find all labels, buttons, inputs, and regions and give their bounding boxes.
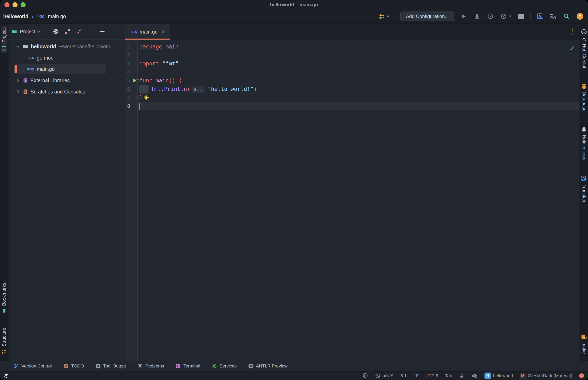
status-widget-notification-dot[interactable] <box>579 373 584 378</box>
editor-options-button[interactable]: ⋮ <box>570 28 580 36</box>
go-file-icon: GO <box>130 30 137 34</box>
lock-open-icon <box>459 373 464 378</box>
fold-marker-icon[interactable] <box>135 95 140 100</box>
fold-marker-icon[interactable] <box>135 78 140 83</box>
locate-file-button[interactable] <box>53 29 58 34</box>
stripe-item-label: Translate <box>581 184 587 204</box>
project-panel-title[interactable]: Project <box>20 29 36 35</box>
line-number[interactable]: 1 <box>125 44 132 50</box>
code-line-5[interactable]: func main() { <box>138 76 580 85</box>
editor-gutter: 12345678 <box>125 40 138 361</box>
stripe-item-make[interactable]: make <box>580 332 588 356</box>
breadcrumb-file[interactable]: main.go <box>48 14 66 19</box>
code-token: fmt <box>151 86 161 92</box>
stripe-item-structure[interactable]: Structure <box>1 326 7 357</box>
line-number[interactable]: 2 <box>125 52 132 58</box>
tool-button-antlr-preview[interactable]: AANTLR Preview <box>248 363 287 369</box>
editor-tab-bar: GO main.go × ⋮ <box>125 24 580 40</box>
stripe-item-database[interactable]: Database <box>580 81 588 114</box>
tab-main-go[interactable]: GO main.go × <box>125 24 170 39</box>
status-widget-github-dark-material-[interactable]: MGitHub Dark (Material) <box>520 373 572 379</box>
debug-button[interactable] <box>473 12 481 20</box>
active-tab-indicator <box>125 38 170 39</box>
stripe-item-notifications[interactable]: Notifications <box>580 124 588 162</box>
svg-text:A: A <box>553 15 556 19</box>
code-line-7[interactable]: } <box>138 93 580 102</box>
profiler-button[interactable] <box>500 12 512 20</box>
code-line-4[interactable] <box>138 68 580 76</box>
gutter-line-7: 7 <box>125 93 137 102</box>
tool-button-terminal[interactable]: Terminal <box>175 363 200 369</box>
status-widget-label: 8:1 <box>401 373 407 378</box>
stack-icon[interactable] <box>3 373 9 379</box>
breadcrumb-separator-icon: › <box>32 13 34 19</box>
close-tab-icon[interactable]: × <box>162 28 165 35</box>
line-number[interactable]: 3 <box>125 61 132 67</box>
code-area[interactable]: package mainimport "fmt"func main() {fmt… <box>138 40 580 361</box>
chevron-right-icon[interactable] <box>16 79 19 82</box>
add-configuration-button[interactable]: Add Configuration... <box>400 12 454 21</box>
status-widget-label: GitHub Dark (Material) <box>528 373 572 378</box>
translate-button[interactable]: A <box>549 12 557 20</box>
tool-button-todo[interactable]: TODO <box>63 363 84 369</box>
chevron-down-icon[interactable] <box>16 44 19 47</box>
status-widget-copilot-status[interactable] <box>362 373 368 379</box>
tool-button-services[interactable]: Services <box>212 363 236 369</box>
line-number[interactable]: 7 <box>125 95 132 101</box>
code-line-2[interactable] <box>138 51 580 59</box>
panel-options-button[interactable]: ⋮ <box>88 28 94 35</box>
code-line-1[interactable]: package main <box>138 42 580 51</box>
tool-button-tool-output[interactable]: ATool Output <box>95 363 126 369</box>
stripe-item-github-copilot[interactable]: GitHub Copilot <box>580 27 588 70</box>
code-line-6[interactable]: fmt.Println(a…:"hello world!") <box>138 85 580 93</box>
main-toolbar: helloworld › GO main.go Add Configuratio… <box>0 9 588 23</box>
tree-item-go-mod[interactable]: GOgo.mod <box>8 52 125 63</box>
branch-icon <box>13 363 19 369</box>
status-widget-helloworld[interactable]: Hhelloworld <box>484 373 513 379</box>
code-token: package <box>139 43 162 50</box>
chevron-right-icon[interactable] <box>16 90 19 93</box>
collapse-all-button[interactable] <box>76 29 82 34</box>
inspections-ok-icon[interactable]: ✓ <box>570 44 575 53</box>
run-with-coverage-button[interactable] <box>486 12 494 20</box>
tree-item-scratches-and-consoles[interactable]: Scratches and Consoles <box>8 86 125 97</box>
search-everywhere-button[interactable] <box>563 12 571 20</box>
line-number[interactable]: 5 <box>125 78 132 84</box>
breadcrumb-project[interactable]: helloworld <box>3 14 28 19</box>
run-button[interactable] <box>460 12 468 20</box>
status-bar-widgets: ø/N/A8:1LFUTF-8Tab?HhelloworldMGitHub Da… <box>362 373 584 379</box>
code-line-8[interactable] <box>138 102 580 110</box>
line-number[interactable]: 8 <box>125 103 132 109</box>
right-tool-stripe: GitHub CopilotDatabaseNotificationsATran… <box>580 24 588 361</box>
status-widget-8-1[interactable]: 8:1 <box>401 373 407 378</box>
line-number[interactable]: 6 <box>125 86 132 92</box>
status-widget--n-a[interactable]: ø/N/A <box>375 373 394 378</box>
tree-item-label: Scratches and Consoles <box>31 89 85 95</box>
tree-item-helloworld[interactable]: helloworld~/workspace/helloworld <box>8 41 125 52</box>
stripe-item-project[interactable]: Project <box>0 26 7 53</box>
users-icon <box>377 12 385 20</box>
hide-panel-button[interactable] <box>100 31 105 32</box>
tool-button-version-control[interactable]: Version Control <box>13 363 52 369</box>
stop-button[interactable] <box>517 12 525 20</box>
expand-all-button[interactable] <box>65 29 70 34</box>
intention-bulb-icon[interactable] <box>143 95 150 101</box>
status-widget-lf[interactable]: LF <box>413 373 419 378</box>
status-widget-lock-open[interactable] <box>459 373 464 378</box>
grammar-check-button[interactable]: A <box>536 12 544 20</box>
status-widget-utf-8[interactable]: UTF-8 <box>426 373 438 378</box>
tool-button-problems[interactable]: Problems <box>137 363 164 369</box>
code-line-3[interactable]: import "fmt" <box>138 59 580 68</box>
chevron-down-icon[interactable] <box>37 29 40 33</box>
tree-item-main-go[interactable]: GOmain.go <box>8 63 125 75</box>
line-number[interactable]: 4 <box>125 69 132 75</box>
tree-item-external-libraries[interactable]: External Libraries <box>8 75 125 86</box>
editor-body[interactable]: 12345678 package mainimport "fmt"func ma… <box>125 40 580 361</box>
code-with-me-button[interactable] <box>377 12 390 20</box>
stripe-item-translate[interactable]: ATranslate <box>580 173 588 206</box>
status-widget-tab[interactable]: Tab <box>445 373 452 378</box>
update-available-button[interactable] <box>576 12 584 20</box>
stripe-item-bookmarks[interactable]: Bookmarks <box>1 281 7 316</box>
editor-area: GO main.go × ⋮ 12345678 package mainimpo… <box>125 24 580 361</box>
status-widget-cloud-gear[interactable]: ? <box>471 373 478 379</box>
